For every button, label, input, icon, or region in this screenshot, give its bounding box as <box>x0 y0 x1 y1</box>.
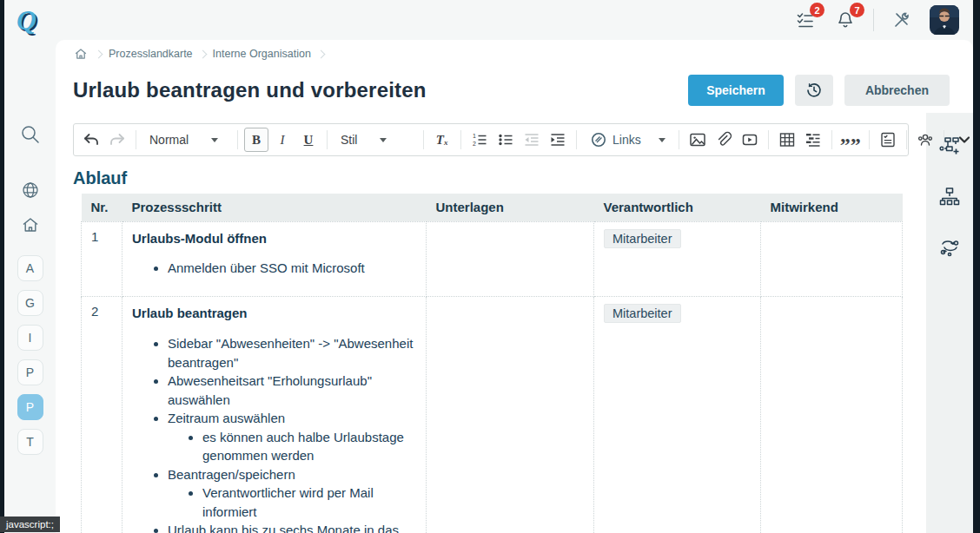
structured-list-button[interactable] <box>801 128 825 152</box>
toolbar-expand-button[interactable] <box>952 128 973 152</box>
undo-button[interactable] <box>79 128 103 152</box>
link-status-tooltip: javascript:; <box>0 517 60 532</box>
column-header: Nr. <box>82 194 122 221</box>
svg-text:1: 1 <box>473 133 476 139</box>
paragraph-format-dropdown[interactable]: Normal <box>142 128 231 152</box>
underline-button[interactable]: U <box>296 128 321 152</box>
insert-image-button[interactable] <box>685 128 710 152</box>
page-header: Urlaub beantragen und vorbereiten Speich… <box>56 68 973 113</box>
contributor-cell[interactable] <box>761 297 903 533</box>
links-dropdown[interactable]: Links <box>583 128 672 152</box>
ordered-list-button[interactable]: 1 2 <box>467 128 492 152</box>
breadcrumb-chevron-icon <box>95 49 103 58</box>
column-header: Unterlagen <box>427 194 594 221</box>
column-header: Mitwirkend <box>761 194 903 221</box>
breadcrumb-chevron-icon <box>198 49 207 58</box>
step-bullet: Zeitraum auswählenes können auch halbe U… <box>168 409 416 465</box>
insert-table-button[interactable] <box>775 128 799 152</box>
nav-letter-tile-t[interactable]: T <box>17 429 43 455</box>
save-button[interactable]: Speichern <box>688 75 784 106</box>
home-icon[interactable] <box>17 212 43 238</box>
history-clock-icon <box>805 82 823 99</box>
contributor-cell[interactable] <box>761 221 903 297</box>
insert-video-button[interactable] <box>738 128 762 152</box>
topbar-divider <box>873 9 874 31</box>
globe-icon[interactable] <box>17 177 43 203</box>
bullet-list-button[interactable] <box>493 128 518 152</box>
link-chain-icon <box>590 131 607 148</box>
step-bullet: Sidebar "Abwesenheiten" -> "Abwesenheit … <box>168 334 416 372</box>
column-header: Prozessschritt <box>122 194 427 221</box>
admin-tools-button[interactable] <box>890 8 914 32</box>
people-group-button[interactable] <box>913 128 937 152</box>
org-chart-icon[interactable] <box>937 184 963 210</box>
section-title: Ablauf <box>73 168 909 188</box>
process-flow-icon[interactable] <box>937 234 963 260</box>
blockquote-button[interactable]: ”” <box>838 128 863 152</box>
outdent-button[interactable] <box>520 128 544 152</box>
breadcrumb-item[interactable]: Prozesslandkarte <box>109 48 193 60</box>
notifications-badge: 7 <box>850 3 864 17</box>
documents-cell[interactable] <box>427 221 594 297</box>
step-number: 2 <box>82 297 122 533</box>
form-survey-button[interactable] <box>876 128 900 152</box>
nav-letter-tile-a[interactable]: A <box>17 255 43 281</box>
bold-button[interactable]: B <box>244 128 268 152</box>
nav-letter-tile-p[interactable]: P <box>17 359 43 385</box>
left-sidebar: AGIPPT <box>4 40 56 533</box>
documents-cell[interactable] <box>427 297 594 533</box>
tools-icon <box>891 10 912 30</box>
chevron-down-icon <box>211 138 218 142</box>
user-avatar[interactable] <box>930 5 959 35</box>
editor-column: Normal B I U Stil Tₓ 1 2 <box>56 113 926 533</box>
nav-letter-tile-g[interactable]: G <box>17 290 43 316</box>
process-table-header: Nr.ProzessschrittUnterlagenVerantwortlic… <box>82 194 903 221</box>
process-table: Nr.ProzessschrittUnterlagenVerantwortlic… <box>81 194 903 533</box>
left-edge-strip <box>0 0 4 533</box>
tasks-button[interactable]: 2 <box>793 8 818 32</box>
version-history-button[interactable] <box>795 75 833 106</box>
responsible-tag[interactable]: Mitarbeiter <box>604 229 681 248</box>
breadcrumb-home-icon[interactable] <box>73 46 89 62</box>
step-bullet: Abwesenheitsart "Erholungsurlaub" auswäh… <box>168 372 416 409</box>
breadcrumb: ProzesslandkarteInterne Organisation <box>56 40 973 68</box>
step-bullet: es können auch halbe Urlaubstage genomme… <box>202 428 416 465</box>
chevron-down-icon <box>380 138 387 142</box>
step-number: 1 <box>82 221 122 297</box>
notifications-button[interactable]: 7 <box>833 8 858 32</box>
chevron-down-icon <box>659 138 665 142</box>
redo-button[interactable] <box>105 128 129 152</box>
paragraph-format-value: Normal <box>149 133 189 147</box>
search-icon[interactable] <box>17 122 43 148</box>
topbar: Q 2 7 <box>4 0 973 40</box>
column-header: Verantwortlich <box>594 194 761 221</box>
editor-toolbar: Normal B I U Stil Tₓ 1 2 <box>73 123 909 156</box>
step-bullet: Anmelden über SSO mit Microsoft <box>168 259 416 278</box>
responsible-cell[interactable]: Mitarbeiter <box>594 297 761 533</box>
process-table-body: 1Urlaubs-Modul öffnenAnmelden über SSO m… <box>82 221 903 533</box>
style-dropdown-value: Stil <box>341 133 357 147</box>
italic-button[interactable]: I <box>270 128 295 152</box>
indent-button[interactable] <box>546 128 570 152</box>
nav-letter-tile-p-active[interactable]: P <box>17 394 43 420</box>
step-title: Urlaub beantragen <box>132 304 416 322</box>
links-label: Links <box>612 133 641 147</box>
cancel-button[interactable]: Abbrechen <box>844 75 950 106</box>
responsible-tag[interactable]: Mitarbeiter <box>604 304 681 323</box>
remove-format-button[interactable]: Tₓ <box>430 128 454 152</box>
style-dropdown[interactable]: Stil <box>334 128 417 152</box>
attachment-button[interactable] <box>712 128 736 152</box>
nav-letter-tile-i[interactable]: I <box>17 325 43 351</box>
app-logo[interactable]: Q <box>11 4 42 36</box>
step-cell[interactable]: Urlaubs-Modul öffnenAnmelden über SSO mi… <box>122 221 427 297</box>
nav-letter-tiles: AGIPPT <box>17 255 43 455</box>
process-row: 2Urlaub beantragenSidebar "Abwesenheiten… <box>82 297 903 533</box>
breadcrumb-item[interactable]: Interne Organisation <box>213 48 311 60</box>
step-cell[interactable]: Urlaub beantragenSidebar "Abwesenheiten"… <box>122 297 427 533</box>
editor-content[interactable]: Ablauf Nr.ProzessschrittUnterlagenVerant… <box>56 156 926 533</box>
step-title: Urlaubs-Modul öffnen <box>132 229 416 247</box>
main-card: ProzesslandkarteInterne Organisation Url… <box>56 40 973 533</box>
responsible-cell[interactable]: Mitarbeiter <box>594 221 761 297</box>
breadcrumb-chevron-icon <box>316 49 325 58</box>
page-title: Urlaub beantragen und vorbereiten <box>73 78 427 102</box>
